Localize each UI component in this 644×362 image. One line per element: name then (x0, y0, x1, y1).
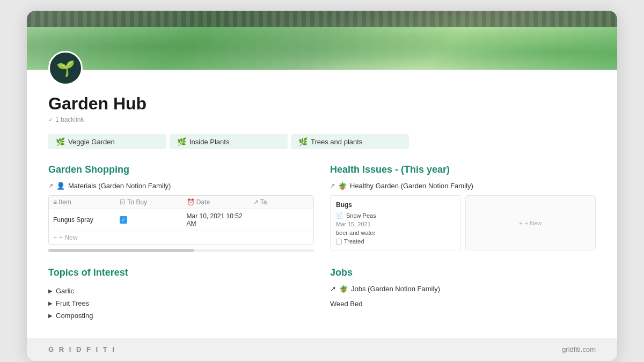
col-date: ⏰ Date (187, 198, 243, 206)
empty-checkbox[interactable] (336, 239, 342, 245)
health-checkbox[interactable]: Treated (336, 238, 455, 245)
table-header: ≡ Item ☑ To Buy ⏰ Date ↗ Ta (49, 196, 313, 209)
page-title: Garden Hub (48, 94, 596, 114)
health-description: beer and water (336, 230, 455, 236)
scrollbar-thumb[interactable] (48, 249, 194, 252)
veggie-icon: 🌿 (56, 137, 65, 146)
triangle-icon: ▶ (48, 300, 53, 306)
health-item-snow-peas: 📄 Snow Peas (336, 212, 455, 219)
avatar: 🌱 (48, 51, 83, 85)
arrow-icon: ↗ (330, 182, 335, 189)
topic-item-composting[interactable]: ▶ Composting (48, 309, 314, 322)
backlink: ✓ 1 backlink (48, 116, 596, 123)
col-item: ≡ Item (53, 198, 109, 206)
jobs-section: Jobs ↗ 🪴 Jobs (Garden Notion Family) Wee… (330, 267, 596, 322)
arrow-icon: ↗ (48, 182, 53, 189)
footer-bar: G R I D F I T I gridfiti.com (27, 338, 617, 361)
trees-icon: 🌿 (298, 137, 308, 146)
health-card-title: Bugs (336, 201, 455, 209)
healthy-icon: 🪴 (338, 182, 347, 190)
triangle-icon: ▶ (48, 288, 53, 294)
category-tabs: 🌿 Veggie Garden 🌿 Inside Plants 🌿 Trees … (48, 134, 596, 149)
plus-icon: + (53, 234, 57, 241)
garden-shopping-section: Garden Shopping ↗ 👤 Materials (Garden No… (48, 164, 314, 252)
col-tobuy: ☑ To Buy (120, 198, 175, 206)
health-db-link[interactable]: ↗ 🪴 Healthy Garden (Garden Notion Family… (330, 182, 596, 190)
jobs-db-link[interactable]: ↗ 🪴 Jobs (Garden Notion Family) (330, 285, 596, 293)
add-new-row[interactable]: + + New (49, 231, 313, 244)
health-date: Mar 15, 2021 (336, 221, 455, 227)
bottom-two-col: Topics of Interest ▶ Garlic ▶ Fruit Tree… (48, 267, 596, 322)
table-row: Fungus Spray ✓ Mar 10, 2021 10:52 AM (49, 209, 313, 231)
health-card: Bugs 📄 Snow Peas Mar 15, 2021 beer and w… (330, 195, 461, 250)
main-two-col: Garden Shopping ↗ 👤 Materials (Garden No… (48, 164, 596, 252)
plant-icon: 🌱 (56, 60, 75, 77)
topic-item-garlic[interactable]: ▶ Garlic (48, 285, 314, 297)
brand-right: gridfiti.com (562, 345, 596, 353)
doc-icon: 📄 (336, 212, 343, 219)
jobs-icon: 🪴 (339, 285, 348, 293)
tab-inside-plants[interactable]: 🌿 Inside Plants (170, 134, 288, 149)
add-new-card[interactable]: + + New (465, 195, 596, 250)
screen-wrapper: 🌱 Garden Hub ✓ 1 backlink 🌿 Veggie Garde… (27, 11, 617, 361)
shopping-db-link[interactable]: ↗ 👤 Materials (Garden Notion Family) (48, 182, 314, 190)
topics-section: Topics of Interest ▶ Garlic ▶ Fruit Tree… (48, 267, 314, 322)
banner-overlay (27, 11, 617, 70)
triangle-icon: ▶ (48, 313, 53, 319)
job-item: Weed Bed (330, 298, 596, 309)
jobs-title: Jobs (330, 267, 596, 278)
db-icon: 👤 (56, 182, 65, 190)
brand-left: G R I D F I T I (48, 345, 116, 353)
topics-title: Topics of Interest (48, 267, 314, 278)
header-area: Garden Hub ✓ 1 backlink (48, 70, 596, 134)
checked-box[interactable]: ✓ (120, 216, 127, 224)
tab-trees-plants[interactable]: 🌿 Trees and plants (291, 134, 409, 149)
arrow-icon: ↗ (330, 285, 336, 293)
health-issues-section: Health Issues - (This year) ↗ 🪴 Healthy … (330, 164, 596, 252)
topic-list: ▶ Garlic ▶ Fruit Trees ▶ Composting (48, 285, 314, 322)
plants-icon: 🌿 (177, 137, 186, 146)
tab-veggie-garden[interactable]: 🌿 Veggie Garden (48, 134, 166, 149)
col-ta: ↗ Ta (253, 198, 309, 206)
scrollbar-area (48, 249, 314, 252)
health-title: Health Issues - (This year) (330, 164, 596, 175)
topic-item-fruit-trees[interactable]: ▶ Fruit Trees (48, 297, 314, 309)
banner-image (27, 11, 617, 70)
page-content: 🌱 Garden Hub ✓ 1 backlink 🌿 Veggie Garde… (27, 70, 617, 338)
shopping-table: ≡ Item ☑ To Buy ⏰ Date ↗ Ta Fungus Spray… (48, 195, 314, 245)
plus-icon: + (519, 220, 522, 226)
checkmark-icon: ✓ (48, 116, 53, 123)
shopping-title: Garden Shopping (48, 164, 314, 175)
health-grid: Bugs 📄 Snow Peas Mar 15, 2021 beer and w… (330, 195, 596, 250)
